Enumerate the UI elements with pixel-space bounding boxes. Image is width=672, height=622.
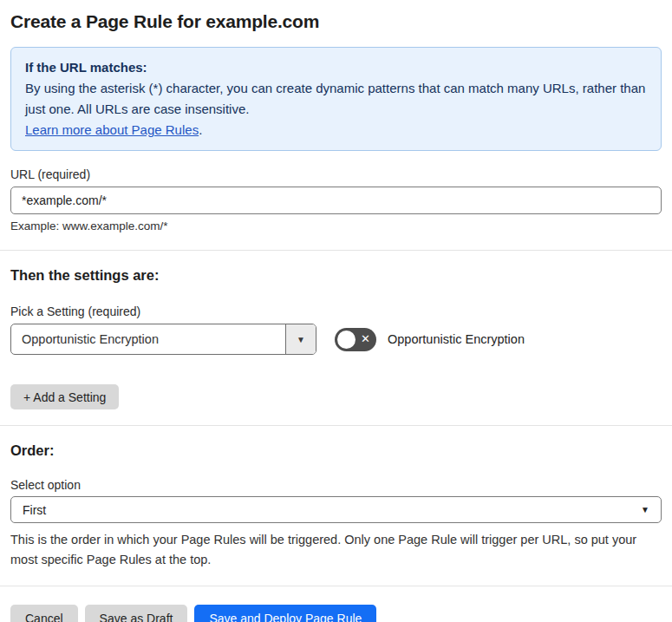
select-option-label: Select option (10, 478, 662, 492)
order-section-heading: Order: (10, 442, 662, 459)
url-matches-info-box: If the URL matches: By using the asteris… (10, 47, 662, 151)
dropdown-arrow-button[interactable]: ▼ (285, 324, 316, 354)
chevron-down-icon: ▼ (641, 505, 649, 514)
toggle-knob (337, 331, 356, 349)
url-input[interactable] (10, 187, 662, 214)
page-title: Create a Page Rule for example.com (10, 0, 662, 32)
toggle-off-x-icon: ✕ (361, 333, 370, 344)
save-and-deploy-button[interactable]: Save and Deploy Page Rule (194, 605, 376, 622)
info-link-line: Learn more about Page Rules. (25, 120, 647, 141)
save-as-draft-button[interactable]: Save as Draft (85, 605, 188, 622)
pick-setting-label: Pick a Setting (required) (10, 304, 662, 318)
order-select-value: First (23, 503, 46, 517)
opportunistic-encryption-toggle[interactable]: ✕ (335, 328, 376, 351)
setting-dropdown[interactable]: Opportunistic Encryption ▼ (10, 324, 316, 355)
create-page-rule-form: Create a Page Rule for example.com If th… (0, 0, 672, 622)
toggle-label: Opportunistic Encryption (388, 332, 525, 346)
add-setting-button[interactable]: + Add a Setting (10, 384, 119, 409)
url-example-hint: Example: www.example.com/* (10, 219, 662, 232)
action-button-row: Cancel Save as Draft Save and Deploy Pag… (10, 605, 662, 622)
cancel-button[interactable]: Cancel (10, 605, 78, 622)
info-box-body: By using the asterisk (*) character, you… (25, 78, 647, 120)
chevron-down-icon: ▼ (297, 335, 305, 344)
url-field-label: URL (required) (10, 167, 662, 181)
learn-more-link[interactable]: Learn more about Page Rules (25, 122, 199, 137)
divider (0, 250, 672, 251)
link-suffix: . (199, 122, 202, 137)
setting-dropdown-value: Opportunistic Encryption (11, 324, 285, 354)
order-hint: This is the order in which your Page Rul… (10, 530, 662, 570)
setting-row: Opportunistic Encryption ▼ ✕ Opportunist… (10, 324, 662, 355)
divider (0, 425, 672, 426)
settings-section-heading: Then the settings are: (10, 267, 662, 284)
divider (0, 586, 672, 586)
order-select[interactable]: First ▼ (10, 496, 662, 523)
info-box-heading: If the URL matches: (25, 57, 647, 78)
